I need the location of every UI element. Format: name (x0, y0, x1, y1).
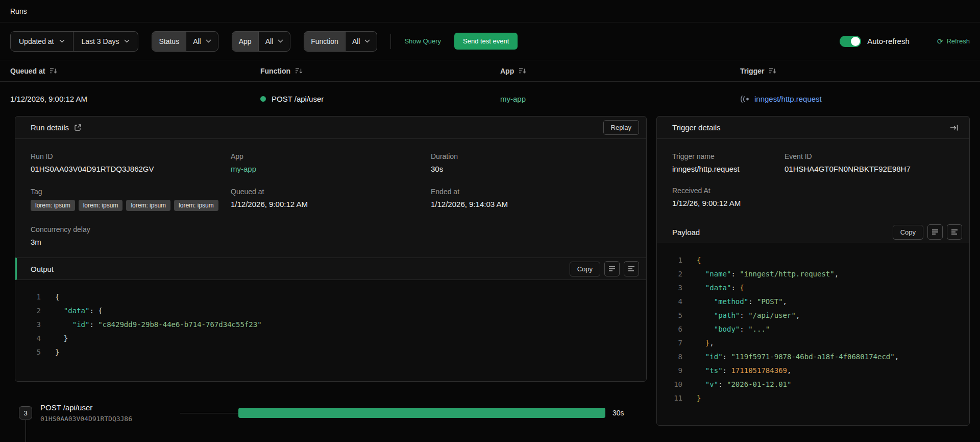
function-filter: Function All (304, 31, 377, 52)
run-app-cell: my-app (500, 95, 740, 103)
sort-icon (295, 67, 303, 74)
filter-bar: Updated at Last 3 Days Status All App Al… (0, 22, 980, 60)
code-line: 8 "id": "119f5971-9878-46bd-a18f-4f06801… (671, 350, 955, 364)
app-filter-value: All (265, 37, 274, 45)
chevron-down-icon (206, 39, 211, 43)
sort-icon (519, 67, 526, 74)
payload-section-header: Payload Copy (657, 221, 969, 243)
column-header-queued-at[interactable]: Queued at (10, 67, 260, 75)
webhook-icon (740, 96, 750, 103)
copy-output-button[interactable]: Copy (570, 262, 600, 276)
code-line: 11} (671, 391, 955, 405)
run-function-name: POST /api/user (272, 95, 324, 103)
function-filter-select[interactable]: All (345, 32, 377, 51)
field-run-id: Run ID 01HS0AA03V04D91RTDQ3J862GV (31, 152, 231, 173)
app-link[interactable]: my-app (231, 165, 431, 173)
runs-page: Runs Updated at Last 3 Days Status All A… (0, 0, 980, 442)
column-header-function[interactable]: Function (260, 67, 500, 75)
field-duration: Duration 30s (431, 152, 631, 173)
collapse-right-icon[interactable] (950, 124, 958, 131)
column-header-app[interactable]: App (500, 67, 740, 75)
tag-badge: lorem: ipsum (126, 200, 170, 211)
step-count-badge-wrap: 3 (19, 406, 32, 420)
sort-icon (50, 67, 57, 74)
time-filter-group: Updated at Last 3 Days (10, 31, 138, 52)
status-filter: Status All (152, 31, 218, 52)
code-line: 3 "id": "c8429dd9-29b8-44e6-b714-767d34c… (30, 318, 632, 332)
chevron-down-icon (124, 39, 130, 43)
app-filter-select[interactable]: All (258, 32, 290, 51)
column-header-trigger[interactable]: Trigger (740, 67, 980, 75)
code-line: 4 "method": "POST", (671, 295, 955, 309)
updated-at-label: Updated at (19, 37, 54, 45)
status-dot-icon (260, 96, 266, 102)
auto-refresh-toggle[interactable] (840, 36, 861, 47)
time-range-label: Last 3 Days (82, 37, 119, 45)
field-event-id: Event ID 01HSHA4GT0FN0NRBKTF92E98H7 (785, 152, 954, 173)
filter-divider (390, 34, 391, 49)
code-line: 2 "name": "inngest/http.request", (671, 267, 955, 281)
wrap-lines-icon (608, 266, 616, 272)
step-count-badge[interactable]: 3 (19, 406, 32, 420)
function-filter-value: All (352, 37, 360, 45)
payload-title: Payload (672, 228, 700, 237)
main-content: Run details Replay Run ID 01HS0AA03V04D9… (0, 116, 980, 426)
field-ended-at: Ended at 1/12/2026, 9:14:03 AM (431, 188, 631, 211)
trigger-details-title: Trigger details (672, 123, 720, 132)
wrap-lines-icon (932, 229, 939, 235)
code-line: 5} (30, 345, 632, 359)
run-row[interactable]: 1/12/2026, 9:00:12 AM POST /api/user my-… (0, 82, 980, 116)
wrap-lines-button[interactable] (604, 261, 620, 276)
show-query-link[interactable]: Show Query (404, 37, 441, 45)
code-line: 1{ (30, 290, 632, 304)
output-title: Output (31, 265, 54, 273)
chevron-down-icon (59, 39, 65, 43)
field-app: App my-app (231, 152, 431, 173)
wrap-lines-button[interactable] (927, 224, 943, 240)
run-function-cell: POST /api/user (260, 95, 500, 103)
status-filter-select[interactable]: All (186, 32, 218, 51)
code-line: 1{ (671, 253, 955, 267)
run-details-body: Run ID 01HS0AA03V04D91RTDQ3J862GV App my… (15, 139, 646, 258)
code-line: 7 }, (671, 336, 955, 350)
trigger-link-label: inngest/http.request (754, 95, 822, 103)
left-column: Run details Replay Run ID 01HS0AA03V04D9… (15, 116, 647, 423)
code-line: 4 } (30, 332, 632, 345)
field-received-at: Received At 1/12/26, 9:00:12 AM (672, 187, 954, 207)
page-title: Runs (10, 7, 27, 15)
refresh-icon: ⟳ (937, 38, 943, 45)
send-test-event-button[interactable]: Send test event (454, 33, 518, 50)
chevron-down-icon (364, 39, 370, 43)
app-link[interactable]: my-app (500, 95, 526, 103)
field-tag: Tag lorem: ipsumlorem: ipsumlorem: ipsum… (31, 188, 231, 211)
run-details-title: Run details (31, 123, 69, 132)
payload-code-block: 1{2 "name": "inngest/http.request",3 "da… (657, 243, 969, 425)
code-line: 6 "body": "..." (671, 322, 955, 336)
timeline-progress-bar[interactable] (238, 408, 605, 418)
app-filter: App All (232, 31, 290, 52)
sort-icon (769, 67, 776, 74)
code-line: 9 "ts": 1711051784369, (671, 364, 955, 378)
align-left-button[interactable] (624, 261, 639, 276)
timeline-step-name: POST /api/user (40, 403, 180, 412)
field-queued-at: Queued at 1/12/2026, 9:00:12 AM (231, 188, 431, 211)
align-left-button[interactable] (947, 224, 962, 240)
output-code-block: 1{2 "data": {3 "id": "c8429dd9-29b8-44e6… (15, 280, 646, 381)
trigger-details-body: Trigger name inngest/http.request Event … (657, 139, 969, 221)
run-details-card: Run details Replay Run ID 01HS0AA03V04D9… (15, 116, 647, 382)
tag-badge: lorem: ipsum (31, 200, 75, 211)
runs-table-header: Queued at Function App Trigger (0, 60, 980, 82)
tag-badge: lorem: ipsum (79, 200, 123, 211)
updated-at-select[interactable]: Updated at (11, 32, 73, 51)
run-timeline: 3 POST /api/user 01HS0AA03V04D91RTDQ3J86… (15, 403, 647, 423)
replay-button[interactable]: Replay (603, 120, 639, 135)
trigger-link[interactable]: inngest/http.request (740, 95, 980, 103)
time-range-select[interactable]: Last 3 Days (73, 32, 138, 51)
refresh-label: Refresh (946, 37, 970, 45)
external-link-icon[interactable] (74, 124, 82, 131)
timeline-step-id: 01HS0AA03V04D91RTDQ3J86 (40, 415, 180, 423)
copy-payload-button[interactable]: Copy (893, 225, 923, 240)
code-line: 2 "data": { (30, 304, 632, 318)
refresh-button[interactable]: ⟳ Refresh (937, 37, 970, 45)
code-line: 3 "data": { (671, 281, 955, 295)
